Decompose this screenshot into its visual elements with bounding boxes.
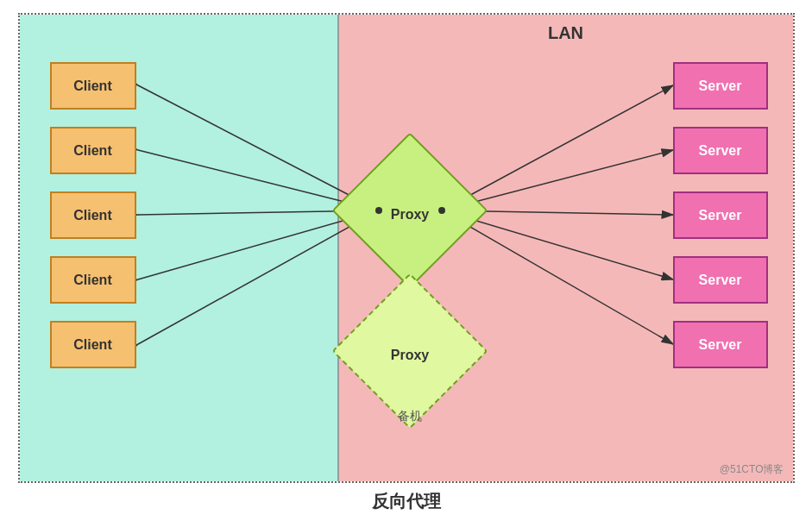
client-box-1: Client — [50, 62, 136, 110]
watermark: @51CTO博客 — [720, 462, 784, 477]
server-box-5: Server — [673, 321, 768, 368]
client-box-5: Client — [50, 321, 136, 368]
footer-title: 反向代理 — [372, 490, 441, 513]
client-box-3: Client — [50, 191, 136, 239]
lan-label: LAN — [548, 23, 583, 43]
client-box-4: Client — [50, 256, 136, 304]
client-box-2: Client — [50, 127, 136, 174]
server-box-3: Server — [673, 191, 768, 239]
server-box-2: Server — [673, 127, 768, 174]
diagram-container: LAN — [18, 13, 795, 483]
server-box-1: Server — [673, 62, 768, 110]
server-box-4: Server — [673, 256, 768, 304]
